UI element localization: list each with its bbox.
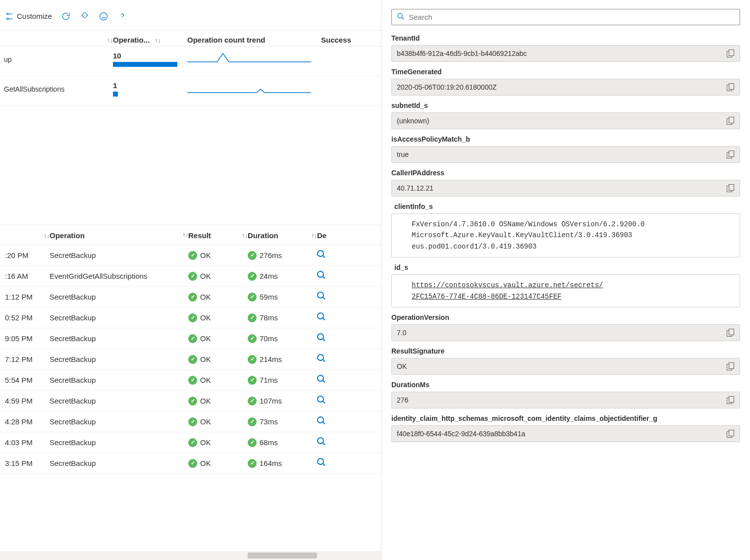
id-link[interactable]: https://contosokvscus.vault.azure.net/se… [412, 281, 603, 300]
cell-details[interactable] [317, 312, 342, 323]
copy-icon[interactable] [727, 362, 735, 370]
sort-icon[interactable]: ↑↓ [242, 232, 248, 239]
table-row[interactable]: 4:59 PM SecretBackup ✓ OK ✓ 107ms [0, 391, 381, 411]
cell-details[interactable] [317, 396, 342, 406]
field-label: identity_claim_http_schemas_microsoft_co… [391, 414, 740, 422]
field-tenantid: b438b4f6-912a-46d5-9cb1-b44069212abc [391, 45, 740, 62]
table-row[interactable]: 0:52 PM SecretBackup ✓ OK ✓ 78ms [0, 307, 381, 328]
table-row[interactable]: 3:15 PM SecretBackup ✓ OK ✓ 164ms [0, 453, 381, 474]
table-row[interactable]: 9:05 PM SecretBackup ✓ OK ✓ 70ms [0, 328, 381, 349]
smiley-icon [99, 11, 108, 21]
copy-icon[interactable] [727, 430, 735, 438]
field-subnetid: (unknown) [391, 112, 740, 129]
search-box[interactable] [391, 9, 740, 25]
check-icon: ✓ [248, 272, 257, 281]
cell-time: 4:28 PM [5, 417, 50, 426]
cell-time: 1:12 PM [5, 293, 50, 301]
cell-result: ✓ OK [188, 251, 248, 260]
cell-time: :20 PM [5, 251, 50, 259]
cell-operation: SecretBackup [50, 397, 188, 405]
cell-time: 4:59 PM [5, 397, 50, 405]
cell-details[interactable] [317, 375, 342, 385]
cell-operation: SecretBackup [50, 293, 188, 301]
search-icon [397, 12, 405, 22]
copy-icon[interactable] [727, 117, 735, 125]
search-input[interactable] [409, 13, 735, 21]
table-row[interactable]: 5:54 PM SecretBackup ✓ OK ✓ 71ms [0, 370, 381, 391]
sort-icon[interactable]: ↑↓ [107, 37, 113, 44]
operation-trend [187, 52, 321, 66]
cell-details[interactable] [317, 333, 342, 344]
table-row[interactable]: :16 AM EventGridGetAllSubscriptions ✓ OK… [0, 266, 381, 287]
cell-time: 3:15 PM [5, 459, 50, 467]
table-row[interactable]: :20 PM SecretBackup ✓ OK ✓ 276ms [0, 245, 381, 266]
analytics-button[interactable] [80, 11, 90, 21]
cell-details[interactable] [317, 292, 342, 302]
magnifier-icon [317, 354, 326, 363]
copy-icon[interactable] [727, 83, 735, 91]
field-label: DurationMs [391, 381, 740, 389]
cell-operation: SecretBackup [50, 355, 188, 363]
copy-icon[interactable] [727, 151, 735, 158]
details-header: ↑↓ Operation ↑↓ Result ↑↓ Duration ↑↓ De [0, 225, 381, 245]
cell-operation: EventGridGetAllSubscriptions [50, 272, 188, 280]
cell-duration: ✓ 164ms [248, 459, 317, 468]
cell-details[interactable] [317, 416, 342, 427]
cell-result: ✓ OK [188, 376, 248, 385]
copy-icon[interactable] [727, 396, 735, 404]
field-durationms: 276 [391, 392, 740, 408]
check-icon: ✓ [248, 251, 257, 260]
check-icon: ✓ [188, 251, 197, 260]
field-value: (unknown) [397, 117, 429, 125]
field-ids: https://contosokvscus.vault.azure.net/se… [391, 274, 740, 307]
customize-button[interactable]: Customize [5, 11, 52, 21]
sparkline-icon [187, 52, 311, 65]
check-icon: ✓ [188, 272, 197, 281]
horizontal-scrollbar[interactable] [0, 551, 381, 560]
cell-operation: SecretBackup [50, 438, 188, 447]
field-label: clientInfo_s [391, 203, 740, 210]
check-icon: ✓ [248, 417, 257, 426]
cell-details[interactable] [317, 271, 342, 281]
refresh-button[interactable] [61, 11, 71, 21]
sort-icon[interactable]: ↑↓ [155, 37, 161, 44]
cell-operation: SecretBackup [50, 417, 188, 426]
cell-details[interactable] [317, 437, 342, 448]
cell-details[interactable] [317, 250, 342, 260]
check-icon: ✓ [188, 334, 197, 343]
table-row[interactable]: 1:12 PM SecretBackup ✓ OK ✓ 59ms [0, 287, 381, 307]
summary-row[interactable]: up 10 [0, 47, 381, 76]
check-icon: ✓ [248, 355, 257, 364]
sort-icon[interactable]: ↑↓ [182, 231, 188, 238]
magnifier-icon [317, 416, 326, 425]
field-accesspolicy: true [391, 146, 740, 163]
feedback-button[interactable] [99, 11, 108, 21]
sort-icon[interactable]: ↑↓ [311, 232, 317, 239]
cell-duration: ✓ 59ms [248, 293, 317, 302]
copy-icon[interactable] [727, 50, 735, 57]
magnifier-icon [317, 396, 326, 405]
magnifier-icon [317, 312, 326, 321]
table-row[interactable]: 4:03 PM SecretBackup ✓ OK ✓ 68ms [0, 432, 381, 453]
cell-details[interactable] [317, 354, 342, 364]
col-success: Success [321, 36, 351, 44]
check-icon: ✓ [248, 313, 257, 322]
check-icon: ✓ [248, 397, 257, 406]
sort-icon[interactable]: ↑↓ [44, 233, 50, 240]
summary-row[interactable]: GetAllSubscriptions 1 [0, 76, 381, 106]
cell-details[interactable] [317, 458, 342, 468]
copy-icon[interactable] [727, 184, 735, 192]
field-label: id_s [391, 263, 740, 271]
field-timegenerated: 2020-05-06T00:19:20.6180000Z [391, 79, 740, 96]
cell-operation: SecretBackup [50, 459, 188, 467]
copy-icon[interactable] [727, 329, 735, 337]
check-icon: ✓ [188, 417, 197, 426]
field-label: subnetId_s [391, 102, 740, 109]
help-button[interactable] [117, 11, 127, 21]
check-icon: ✓ [188, 459, 197, 468]
check-icon: ✓ [188, 293, 197, 302]
table-row[interactable]: 7:12 PM SecretBackup ✓ OK ✓ 214ms [0, 349, 381, 370]
scrollbar-thumb[interactable] [248, 553, 317, 559]
table-row[interactable]: 4:28 PM SecretBackup ✓ OK ✓ 73ms [0, 411, 381, 432]
field-value: 40.71.12.21 [397, 184, 433, 192]
